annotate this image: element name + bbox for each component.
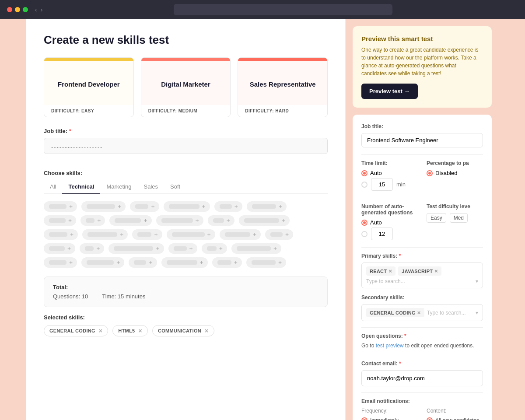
total-box: Total: Questions: 10 Time: 15 minutes — [44, 276, 328, 307]
skill-pill[interactable]: + — [82, 229, 128, 240]
skill-pill[interactable]: + — [81, 201, 126, 212]
difficulty-options: Easy Med — [427, 213, 483, 223]
role-card-sales[interactable]: Sales Representative DIFFICULTY: HARD — [238, 57, 328, 117]
num-manual-radio[interactable] — [361, 231, 368, 237]
preview-box: Preview this smart test One way to creat… — [353, 26, 492, 108]
back-button[interactable]: ‹ — [35, 6, 37, 13]
skill-pill[interactable]: + — [265, 229, 293, 240]
skill-pill[interactable]: + — [81, 257, 124, 268]
secondary-dropdown-arrow[interactable]: ▾ — [476, 310, 478, 316]
role-card-frontend[interactable]: Frontend Developer DIFFICULTY: EASY — [44, 57, 134, 117]
open-questions-section: Open questions: * Go to test preview to … — [361, 333, 483, 349]
skill-pill[interactable]: + — [247, 201, 287, 212]
difficulty-value-sales: HARD — [275, 108, 289, 113]
config-job-title-label: Job title: — [361, 123, 483, 130]
primary-required-marker: * — [399, 253, 401, 259]
skill-pill[interactable]: + — [239, 215, 290, 226]
primary-dropdown-arrow[interactable]: ▾ — [476, 278, 478, 284]
skill-pill[interactable]: + — [167, 229, 215, 240]
easy-difficulty-option[interactable]: Easy — [427, 213, 446, 223]
all-new-candidates-option[interactable]: All new candidates — [427, 417, 483, 420]
remove-javascript-tag[interactable]: × — [434, 268, 438, 274]
skill-pill[interactable]: + — [108, 243, 164, 254]
num-manual-group — [361, 228, 418, 240]
immediately-option[interactable]: Immediately — [361, 417, 418, 420]
total-questions: Questions: 10 — [53, 293, 88, 300]
skill-pill[interactable]: + — [80, 215, 105, 226]
skill-pill[interactable]: + — [109, 215, 151, 226]
contact-email-input[interactable] — [361, 370, 483, 386]
skill-pill[interactable]: + — [220, 229, 261, 240]
forward-button[interactable]: › — [41, 6, 43, 13]
tab-technical[interactable]: Technical — [62, 180, 100, 194]
immediately-radio[interactable] — [361, 417, 368, 420]
remove-general-coding-tag[interactable]: × — [417, 309, 421, 316]
skill-pill[interactable]: + — [202, 243, 227, 254]
preview-text: One way to create a great candidate expe… — [361, 46, 483, 77]
skill-pill[interactable]: + — [44, 201, 77, 212]
num-auto-radio[interactable] — [361, 220, 368, 226]
skill-pill[interactable]: + — [44, 257, 77, 268]
skill-pill[interactable]: + — [168, 243, 197, 254]
time-auto-option[interactable]: Auto — [361, 170, 418, 176]
time-manual-radio[interactable] — [361, 182, 368, 188]
skill-pill[interactable]: + — [156, 215, 203, 226]
selected-skill-communication: COMMUNICATION × — [152, 325, 214, 336]
minimize-button[interactable] — [15, 7, 20, 12]
total-label: Total: — [53, 284, 318, 290]
remove-html5[interactable]: × — [139, 328, 142, 334]
job-title-input[interactable] — [44, 138, 328, 154]
close-button[interactable] — [7, 7, 12, 12]
skills-tabs: All Technical Marketing Sales Soft — [44, 180, 328, 194]
remove-general-coding[interactable]: × — [99, 328, 102, 334]
skill-pill[interactable]: + — [208, 215, 234, 226]
skill-pill[interactable]: + — [132, 229, 162, 240]
all-new-candidates-radio[interactable] — [427, 417, 433, 420]
traffic-lights — [7, 7, 28, 12]
skill-pill[interactable]: + — [44, 229, 78, 240]
email-notifications-label: Email notifications: — [361, 398, 483, 404]
secondary-skills-tags-area[interactable]: GENERAL CODING × Type to search... ▾ — [361, 304, 483, 321]
skill-pill[interactable]: + — [246, 257, 286, 268]
content-label: Content: — [427, 408, 483, 414]
num-auto-option[interactable]: Auto — [361, 219, 418, 226]
skill-pill[interactable]: + — [231, 243, 281, 254]
skill-pill[interactable]: + — [212, 257, 242, 268]
primary-skills-tags-area[interactable]: REACT × JAVASCRIPT × Type to search... ▾ — [361, 262, 483, 288]
num-auto-label: Auto — [370, 219, 382, 226]
tab-soft[interactable]: Soft — [164, 180, 186, 194]
role-card-difficulty-frontend: DIFFICULTY: EASY — [44, 105, 133, 117]
tab-all[interactable]: All — [44, 180, 62, 194]
skill-pill[interactable]: + — [44, 243, 75, 254]
skill-pill[interactable]: + — [130, 201, 159, 212]
config-job-title-input[interactable] — [361, 133, 483, 147]
skill-pill[interactable]: + — [214, 201, 242, 212]
med-difficulty-option[interactable]: Med — [450, 213, 468, 223]
disabled-radio[interactable] — [427, 170, 433, 176]
disabled-option[interactable]: Disabled — [427, 170, 483, 176]
primary-search-placeholder: Type to search... — [366, 278, 405, 284]
skill-pill[interactable]: + — [129, 257, 157, 268]
num-value-input[interactable] — [371, 228, 393, 240]
skills-row-5: + + + + + + — [44, 257, 328, 268]
preview-test-button[interactable]: Preview test → — [361, 84, 418, 99]
skills-row-2: + + + + + + — [44, 215, 328, 226]
skill-pill[interactable]: + — [161, 257, 208, 268]
time-percentage-row: Time limit: Auto min Percentage to pa — [361, 160, 483, 191]
role-card-digital[interactable]: Digital Marketer DIFFICULTY: MEDIUM — [141, 57, 231, 117]
time-auto-radio[interactable] — [361, 170, 368, 176]
remove-communication[interactable]: × — [205, 328, 208, 334]
maximize-button[interactable] — [23, 7, 28, 12]
frequency-col: Frequency: Immediately Daily summary Wee… — [361, 408, 418, 420]
test-preview-link[interactable]: test preview — [376, 343, 404, 349]
time-limit-field: Time limit: Auto min — [361, 160, 418, 191]
tab-sales[interactable]: Sales — [138, 180, 164, 194]
skill-pill[interactable]: + — [44, 215, 76, 226]
choose-skills-label: Choose skills: — [44, 170, 328, 176]
address-bar[interactable] — [174, 4, 392, 15]
skill-pill[interactable]: + — [164, 201, 210, 212]
tab-marketing[interactable]: Marketing — [100, 180, 137, 194]
remove-react-tag[interactable]: × — [388, 268, 392, 274]
skill-pill[interactable]: + — [80, 243, 104, 254]
time-value-input[interactable] — [371, 178, 393, 191]
